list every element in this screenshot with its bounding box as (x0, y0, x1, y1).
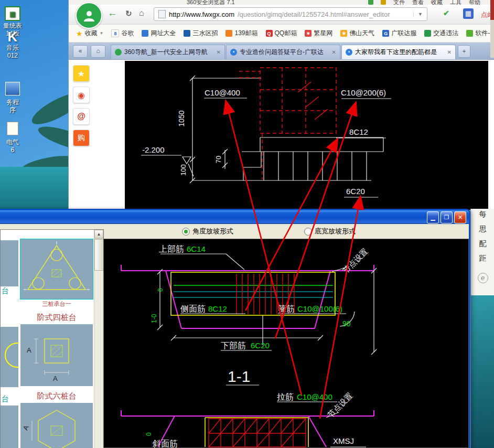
address-dropdown-icon[interactable]: ▼ (413, 12, 423, 17)
template-label-three-pile[interactable]: 三桩承台一 (20, 300, 93, 308)
tab-360-nav[interactable]: 360导航_新一代安全上网导航 ✕ (111, 45, 225, 59)
star-site-icon: ✶ (305, 30, 312, 37)
six-pile-shape (20, 403, 93, 448)
scrollbar-thumb[interactable] (94, 239, 104, 271)
radio-unselected-icon (304, 228, 312, 236)
window-icon (5, 82, 20, 95)
plan-label-elevation: -2.200 (142, 145, 165, 154)
radio-label: 角度放坡形式 (192, 227, 233, 236)
desktop-icon-label: 电气 (6, 138, 19, 146)
mail-at-button[interactable]: @ (73, 108, 90, 125)
xmsj-label: XMSJ (333, 436, 354, 445)
bookmark-item[interactable]: ☀ 佛山天气 (340, 29, 374, 38)
label-stirrup: 箍筋 (278, 304, 295, 313)
tab-label: 大家帮我看下这里的配筋都是 (355, 48, 445, 57)
close-button[interactable]: ✕ (454, 211, 466, 223)
template-panel-scrollbar[interactable]: ▲ (94, 230, 103, 448)
bookmark-item[interactable]: 8 谷歌 (111, 29, 134, 38)
value-top-rebar: 6C14 (187, 244, 206, 253)
menu-tools[interactable]: 工具 (450, 0, 461, 5)
value-side-rebar: 8C12 (208, 304, 227, 313)
desktop-icon-service[interactable]: 务程 序 (0, 82, 28, 114)
tab-favicon: • (346, 49, 352, 56)
minimize-button[interactable]: ▁ (427, 211, 439, 223)
menu-file[interactable]: 文件 (393, 0, 405, 5)
ie-logo-icon: e (478, 273, 488, 283)
new-tab-button[interactable]: ＋ (458, 45, 470, 58)
address-bar[interactable]: http://www.fwxgx.com /question/gimq/deta… (154, 7, 427, 21)
safety-check-icon[interactable]: ✔ (443, 9, 449, 17)
user-avatar[interactable] (76, 2, 102, 29)
tab-scroll-left-button[interactable]: « (73, 45, 88, 58)
tab-qa-platform[interactable]: • 专业造价问题答疑平台-广联达 ✕ (226, 45, 340, 59)
tab-close-icon[interactable]: ✕ (217, 49, 221, 55)
weibo-button[interactable]: ◉ (73, 87, 90, 103)
maximize-button[interactable]: ❐ (441, 211, 453, 223)
template-thumb-six-pile[interactable]: A (20, 403, 93, 448)
bookmark-item[interactable]: 三水区招 (184, 29, 218, 38)
section-drawing-svg: 上部筋 6C14 侧面筋 8C12 箍筋 C10@100(6) 下部筋 6C20… (104, 239, 468, 447)
plan-drawing-canvas: C10@400 C10@200(6) 8C12 6C20 -2.200 1050… (125, 61, 488, 210)
plan-dim-70: 70 (214, 156, 222, 163)
menu-favorites[interactable]: 收藏 (431, 0, 443, 5)
bookmark-item[interactable]: Q QQ邮箱 (266, 29, 297, 38)
plan-rebar-hatches (298, 82, 328, 120)
bookmark-item[interactable]: 交通违法 (424, 29, 458, 38)
plan-dim-100: 100 (179, 164, 187, 176)
template-thumb-partial[interactable] (1, 240, 18, 286)
bookmark-label: 交通违法 (433, 29, 458, 38)
dim-label-a: A (53, 375, 58, 382)
label-top-rebar: 上部筋 (159, 244, 184, 253)
template-panel: 台 台 三 (0, 229, 104, 448)
desktop-icon-electric[interactable]: 电气 6 (0, 122, 28, 154)
menu-help[interactable]: 帮助 (469, 0, 480, 5)
home-button[interactable]: ⌂ (139, 8, 144, 18)
desktop-icon-music[interactable]: K 音乐 012 (0, 30, 28, 60)
menu-view[interactable]: 查看 (412, 0, 424, 5)
k-logo-icon: K (6, 30, 19, 43)
template-thumb-four-pile[interactable]: A A (20, 324, 93, 386)
radio-selected-icon (182, 228, 190, 236)
dialog-titlebar[interactable]: ▁ ❐ ✕ (0, 210, 469, 224)
menu-icon (368, 0, 373, 5)
background-window-right: 每 思 配 距 e (470, 209, 494, 448)
label-tie-rebar: 拉筋 (277, 392, 294, 401)
template-label-partial: 台 (2, 286, 9, 296)
radio-bottom-width-slope[interactable]: 底宽放坡形式 (304, 227, 356, 236)
bookmark-item[interactable]: 网址大全 (142, 29, 176, 38)
plan-label-top-rebar: C10@400 (205, 88, 240, 97)
bookmark-item[interactable]: ✶ 繁星网 (305, 29, 332, 38)
desktop-icon-label: 务程 (6, 99, 19, 106)
tab-close-icon[interactable]: ✕ (447, 49, 452, 55)
bookmark-item[interactable]: G 广联达服 (382, 29, 416, 38)
angle-value: 90 (342, 319, 351, 328)
bookmark-label: 谷歌 (121, 29, 134, 38)
template-thumb-partial[interactable] (1, 406, 18, 448)
section-name: 1-1 (228, 368, 250, 385)
tab-close-icon[interactable]: ✕ (332, 49, 336, 55)
refresh-button[interactable]: ↻ (125, 9, 132, 18)
template-thumb-partial[interactable] (1, 327, 18, 387)
bookmark-item[interactable]: 139邮箱 (225, 29, 257, 38)
tab-question-active[interactable]: • 大家帮我看下这里的配筋都是 ✕ (341, 45, 456, 59)
taobao-shop-button[interactable]: 购 (73, 130, 90, 146)
back-button[interactable]: ← (108, 7, 117, 19)
template-thumb-three-pile[interactable] (20, 239, 93, 299)
tab-home-button[interactable]: ⌂ (91, 45, 105, 58)
scroll-up-button[interactable]: ▲ (94, 230, 103, 239)
radio-angle-slope[interactable]: 角度放坡形式 (182, 227, 233, 236)
apps-grid-icon[interactable]: ▦ (463, 8, 474, 19)
chevron-down-icon: ▼ (100, 31, 104, 36)
bookmark-label: 广联达服 (391, 29, 416, 38)
browser-menubar: 文件 查看 收藏 工具 帮助 (368, 0, 480, 5)
template-label-six-pile[interactable]: 阶式六桩台 (20, 391, 93, 401)
favorites-star-button[interactable]: ★ (73, 65, 90, 82)
bookmark-favorites[interactable]: ★ 收藏 ▼ (76, 29, 103, 38)
template-label-four-pile[interactable]: 阶式四桩台 (20, 313, 93, 323)
tab-label: 360导航_新一代安全上网导航 (124, 48, 214, 57)
desktop-icon-label: 量统表 (3, 22, 22, 29)
qq-mail-icon: Q (266, 30, 273, 37)
slope-mode-radios: 角度放坡形式 底宽放坡形式 (103, 225, 469, 238)
bookmark-label: 139邮箱 (234, 29, 257, 38)
desktop-icon-label: 6 (11, 146, 15, 154)
